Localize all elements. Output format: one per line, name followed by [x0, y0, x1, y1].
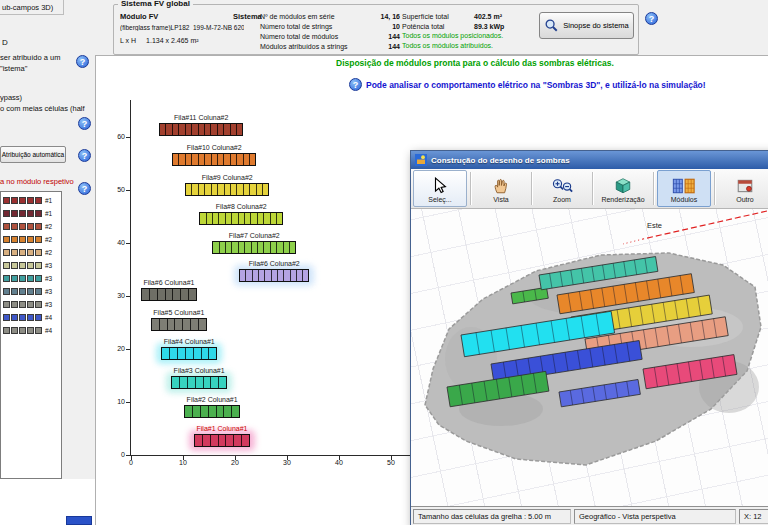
string-color-swatch — [11, 314, 18, 321]
string-label: #1 — [45, 197, 52, 204]
string-list-item[interactable]: #1 — [1, 207, 61, 220]
help-icon[interactable]: ? — [349, 78, 362, 91]
y-tick-label: 0 — [105, 451, 125, 458]
toolbar-button-other[interactable]: Outro — [718, 170, 768, 207]
module-row-label: Fila#8 Coluna#2 — [216, 203, 267, 210]
sidebar-warning-text: a no módulo respetivo — [0, 177, 74, 186]
toolbar-button-hand[interactable]: Vista — [474, 170, 528, 207]
string-list-item[interactable]: #3 — [1, 298, 61, 311]
subfields-tab[interactable]: ub-campos 3D) — [0, 0, 64, 15]
module-cell — [242, 435, 249, 446]
module-row[interactable] — [159, 123, 243, 136]
module-row[interactable] — [141, 288, 197, 301]
help-icon[interactable]: ? — [78, 149, 91, 162]
module-row[interactable] — [151, 318, 207, 331]
string-color-swatch — [27, 197, 34, 204]
module-row[interactable] — [185, 183, 269, 196]
module-cell — [175, 319, 183, 330]
module-label: Módulo FV — [120, 12, 158, 21]
help-icon[interactable]: ? — [645, 12, 658, 25]
string-color-swatch — [35, 236, 42, 243]
string-list-item[interactable]: #4 — [1, 311, 61, 324]
east-axis-label: Este — [647, 221, 662, 230]
string-color-swatch — [3, 210, 10, 217]
toolbar-button-zoom[interactable]: Zoom — [535, 170, 589, 207]
sidebar-label-fragment: D — [2, 38, 8, 47]
module-cell — [237, 124, 242, 135]
help-icon[interactable]: ? — [78, 117, 91, 130]
module-cell — [183, 319, 191, 330]
string-color-swatch — [27, 249, 34, 256]
strings-list[interactable]: #1#1#2#2#2#3#3#3#3#4#4 — [0, 191, 62, 479]
modules-icon — [671, 177, 697, 195]
string-color-swatch — [3, 236, 10, 243]
module-row[interactable] — [194, 434, 250, 447]
auto-attribution-button[interactable]: Atribuição automática — [0, 146, 66, 163]
string-list-item[interactable]: #2 — [1, 233, 61, 246]
string-label: #3 — [45, 301, 52, 308]
string-color-swatch — [35, 223, 42, 230]
zoom-icon — [550, 177, 574, 195]
y-tick — [126, 296, 131, 297]
help-icon[interactable]: ? — [78, 182, 91, 195]
toolbar-button-cursor[interactable]: Seleç... — [413, 170, 467, 207]
module-row-label: Fila#11 Coluna#2 — [174, 114, 228, 121]
module-cell — [201, 406, 209, 417]
string-label: #2 — [45, 236, 52, 243]
toolbar-button-modules[interactable]: Módulos — [657, 170, 711, 207]
string-list-item[interactable]: #2 — [1, 246, 61, 259]
module-row[interactable] — [172, 153, 256, 166]
module-row[interactable] — [199, 212, 283, 225]
shading-3d-viewport[interactable]: Este — [411, 209, 768, 508]
hand-icon — [492, 177, 510, 195]
string-color-swatch — [35, 197, 42, 204]
string-list-item[interactable]: #3 — [1, 285, 61, 298]
y-tick — [126, 349, 131, 350]
string-list-item[interactable]: #2 — [1, 220, 61, 233]
x-tick-label: 20 — [225, 459, 245, 466]
system-synopsis-button[interactable]: Sinopse do sistema — [539, 12, 634, 39]
toolbar-separator — [470, 172, 471, 205]
module-row[interactable] — [239, 269, 309, 282]
string-color-swatch — [3, 327, 10, 334]
help-icon[interactable]: ? — [76, 55, 89, 68]
shading-3d-scene[interactable]: Este — [411, 209, 768, 508]
sidebar-hint-line1: ser atribuído a um — [0, 53, 60, 62]
module-cell — [188, 377, 196, 388]
string-color-swatch — [11, 275, 18, 282]
string-list-item[interactable]: #3 — [1, 272, 61, 285]
string-list-item[interactable]: #4 — [1, 324, 61, 337]
x-tick-label: 50 — [381, 459, 401, 466]
system-totals: Superfície total402.5 m²Potência total89… — [402, 12, 552, 32]
shading-titlebar[interactable]: Construção do desenho de sombras — [411, 151, 768, 169]
string-color-swatch — [11, 301, 18, 308]
string-list-item[interactable]: #3 — [1, 259, 61, 272]
string-list-item[interactable]: #1 — [1, 194, 61, 207]
module-row[interactable] — [161, 347, 217, 360]
module-row-label: Fila#6 Coluna#1 — [143, 279, 194, 286]
module-row[interactable] — [184, 405, 240, 418]
string-label: #2 — [45, 223, 52, 230]
toolbar-button-label: Renderização — [601, 196, 644, 203]
string-color-swatch — [35, 327, 42, 334]
string-color-swatch — [35, 275, 42, 282]
module-row[interactable] — [212, 241, 296, 254]
module-cell — [290, 242, 295, 253]
module-cell — [168, 319, 176, 330]
module-cell — [185, 406, 193, 417]
shading-editor-window[interactable]: Construção do desenho de sombras Seleç..… — [410, 150, 768, 525]
total-row: Potência total89.3 kWp — [402, 22, 552, 32]
module-row-label: Fila#10 Coluna#2 — [187, 144, 242, 151]
module-row[interactable] — [171, 376, 227, 389]
string-color-swatch — [19, 288, 26, 295]
other-icon — [736, 177, 754, 195]
module-cell — [250, 154, 255, 165]
module-row-label: Fila#2 Coluna#1 — [187, 396, 238, 403]
x-tick-label: 30 — [277, 459, 297, 466]
string-color-swatch — [35, 301, 42, 308]
module-cell — [166, 289, 174, 300]
module-cell — [277, 213, 282, 224]
toolbar-button-cube[interactable]: Renderização — [596, 170, 650, 207]
string-color-swatch — [19, 301, 26, 308]
layout-ready-message: Disposição de módulos pronta para o cálc… — [336, 58, 614, 68]
